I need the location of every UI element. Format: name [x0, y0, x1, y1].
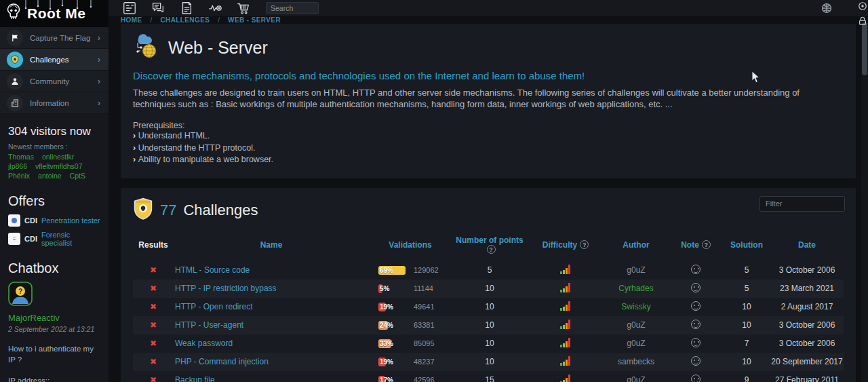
difficulty-bars-icon: [560, 322, 571, 331]
shield-icon: [7, 52, 23, 68]
help-icon[interactable]: [702, 240, 711, 249]
challenge-row: ✖ Backup file 17% 42596 15 g0uZ 9 27 Feb…: [133, 371, 844, 382]
sidebar-item-community[interactable]: Community: [0, 71, 108, 92]
challenge-link[interactable]: HTTP - IP restriction bypass: [174, 284, 277, 293]
sidebar-item-information[interactable]: Information: [0, 92, 108, 114]
member-link[interactable]: CptS: [70, 172, 85, 180]
validation-pct: 5%: [380, 284, 389, 293]
help-icon[interactable]: [487, 245, 496, 254]
solution-count[interactable]: 9: [723, 371, 770, 382]
column-header-points[interactable]: Number of points: [452, 233, 528, 261]
column-header-results: Results: [133, 233, 174, 261]
record-icon[interactable]: [858, 1, 867, 14]
challenge-link[interactable]: HTTP - Open redirect: [174, 302, 252, 311]
member-link[interactable]: antoine: [38, 172, 61, 180]
column-header-difficulty[interactable]: Difficulty: [528, 233, 604, 261]
challenge-link[interactable]: Weak password: [174, 339, 233, 348]
offer-forensic-specialist[interactable]: ≡ CDI Forensic specialist: [8, 231, 100, 247]
svg-text:?: ?: [18, 288, 22, 295]
author-link[interactable]: g0uZ: [604, 335, 669, 353]
not-validated-icon: ✖: [133, 320, 174, 330]
chat-message: IP address:: REDACTED is not authorized …: [8, 376, 100, 382]
scrollbar-thumb[interactable]: [862, 22, 867, 75]
page-description: These challenges are designed to train u…: [133, 88, 844, 110]
search-input[interactable]: [266, 2, 319, 14]
challenge-link[interactable]: HTTP - User-agent: [174, 320, 243, 330]
help-icon[interactable]: [580, 240, 589, 249]
challenge-link[interactable]: PHP - Command injection: [174, 357, 269, 366]
points-value: 10: [452, 335, 528, 353]
validation-count: 49641: [414, 303, 435, 311]
faq-icon[interactable]: [121, 0, 138, 16]
member-link[interactable]: jlp866: [8, 162, 27, 170]
solution-count[interactable]: 5: [723, 261, 770, 280]
column-header-note[interactable]: Note: [669, 233, 723, 261]
author-link[interactable]: Swissky: [604, 298, 669, 316]
sidebar-item-capture-the-flag[interactable]: Capture The Flag: [0, 27, 108, 49]
sidebar-item-label: Community: [30, 77, 69, 85]
challenge-link[interactable]: HTML - Source code: [174, 265, 250, 275]
note-smiley-icon: [691, 283, 701, 292]
challenge-date: 2 August 2017: [770, 298, 844, 316]
hanging-strings-decoration: [20, 0, 102, 11]
author-link[interactable]: g0uZ: [604, 261, 669, 280]
solution-count[interactable]: 7: [723, 335, 770, 353]
column-header-author[interactable]: Author: [604, 233, 669, 261]
avatar[interactable]: ?: [8, 297, 33, 308]
filter-input[interactable]: [760, 196, 845, 212]
note-smiley-icon: [691, 375, 701, 382]
sidebar-item-label: Capture The Flag: [30, 34, 90, 42]
chat-username[interactable]: MajorReactiv: [8, 313, 100, 323]
offer-label[interactable]: Penetration tester: [41, 216, 100, 225]
validation-badge-holder: 17%: [378, 376, 410, 382]
breadcrumb-separator: /: [218, 16, 220, 24]
solution-count[interactable]: 10: [723, 353, 770, 371]
validation-pct: 69%: [380, 266, 393, 275]
vertical-scrollbar[interactable]: [861, 20, 868, 382]
validation-badge-holder: 19%: [378, 358, 410, 366]
not-validated-icon: ✖: [133, 302, 174, 311]
offer-label[interactable]: Forensic specialist: [41, 231, 100, 247]
points-value: 10: [452, 353, 528, 371]
points-value: 10: [452, 298, 528, 316]
breadcrumb-home[interactable]: HOME: [121, 16, 142, 24]
difficulty-bars-icon: [560, 285, 571, 294]
breadcrumb-challenges[interactable]: CHALLENGES: [160, 16, 210, 24]
cart-icon[interactable]: [235, 0, 252, 16]
not-validated-icon: ✖: [133, 265, 174, 275]
member-link[interactable]: onlinestlkr: [42, 153, 74, 161]
challenge-date: 20 September 2017: [770, 353, 844, 371]
not-validated-icon: ✖: [133, 357, 174, 366]
challenge-link[interactable]: Backup file: [174, 375, 215, 382]
forum-icon[interactable]: [150, 0, 166, 16]
points-value: 15: [452, 371, 528, 382]
column-header-solution[interactable]: Solution: [723, 233, 770, 261]
validation-count: 11144: [414, 284, 433, 292]
offer-penetration-tester[interactable]: CDI Penetration tester: [8, 214, 100, 227]
column-header-name[interactable]: Name: [174, 233, 369, 261]
challenge-date: 3 October 2006: [770, 261, 844, 280]
author-link[interactable]: g0uZ: [604, 316, 669, 335]
solution-count[interactable]: 5: [723, 280, 770, 298]
solution-count[interactable]: 10: [723, 298, 770, 316]
sidebar-item-challenges[interactable]: Challenges: [0, 49, 108, 71]
logo[interactable]: Root Me: [0, 0, 108, 27]
member-link[interactable]: vfleltvmfldhs07: [35, 162, 82, 170]
chat-timestamp: 2 September 2022 at 13:21: [8, 325, 100, 333]
author-link[interactable]: Cyrhades: [604, 280, 669, 298]
category-intro-panel: Web - Server Discover the mechanisms, pr…: [121, 24, 856, 178]
docs-icon[interactable]: [178, 0, 195, 16]
column-header-date[interactable]: Date: [770, 233, 844, 261]
column-header-validations[interactable]: Validations: [369, 233, 452, 261]
author-link[interactable]: g0uZ: [604, 371, 669, 382]
author-link[interactable]: sambecks: [604, 353, 669, 371]
lock-icon[interactable]: [858, 16, 867, 28]
language-globe-icon[interactable]: [818, 0, 835, 16]
activity-icon[interactable]: [207, 0, 223, 16]
member-link[interactable]: Thomas: [8, 153, 34, 161]
breadcrumb-web-server[interactable]: WEB - SERVER: [228, 16, 281, 24]
prerequisite-item: Ability to manipulate a web browser.: [133, 154, 844, 166]
challenges-badge-icon: [133, 197, 153, 223]
member-link[interactable]: Phénix: [8, 172, 30, 180]
solution-count[interactable]: 10: [723, 316, 770, 335]
